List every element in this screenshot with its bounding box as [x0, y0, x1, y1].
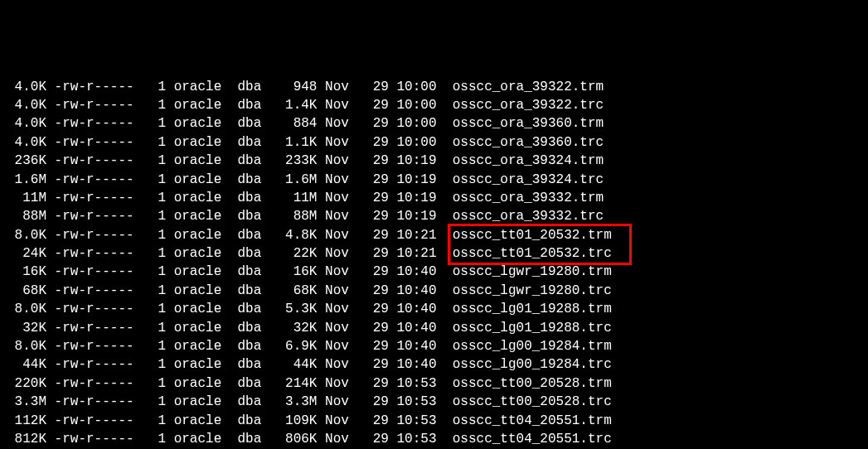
- file-links: 1: [150, 171, 166, 189]
- list-item: 44K -rw-r----- 1 oracle dba 44K Nov 29 1…: [7, 355, 861, 374]
- file-day: 29: [365, 430, 389, 448]
- file-owner: oracle: [174, 78, 230, 96]
- file-name: osscc_tt01_20532.trm: [453, 226, 612, 244]
- file-name: osscc_ora_39360.trm: [453, 114, 604, 133]
- file-time: 10:40: [397, 319, 445, 337]
- file-links: 1: [150, 152, 166, 170]
- file-owner: oracle: [174, 319, 230, 337]
- file-blocks: 4.0K: [7, 133, 46, 152]
- file-name: osscc_ora_39324.trm: [453, 152, 604, 170]
- file-blocks: 68K: [7, 282, 46, 300]
- file-permissions: -rw-r-----: [55, 337, 143, 355]
- file-links: 1: [150, 133, 166, 152]
- file-owner: oracle: [174, 152, 230, 170]
- file-time: 10:40: [397, 337, 445, 355]
- file-size: 806K: [277, 430, 317, 448]
- file-links: 1: [150, 374, 166, 393]
- file-time: 10:19: [397, 189, 445, 207]
- file-name: osscc_lg00_19284.trc: [453, 355, 612, 374]
- file-blocks: 220K: [7, 374, 46, 393]
- file-group: dba: [237, 300, 269, 318]
- file-size: 6.9K: [277, 337, 317, 355]
- file-links: 1: [150, 114, 166, 133]
- list-item: 8.0K -rw-r----- 1 oracle dba 6.9K Nov 29…: [7, 337, 861, 355]
- file-name: osscc_lg01_19288.trc: [453, 319, 612, 337]
- file-size: 109K: [277, 412, 317, 430]
- file-size: 1.1K: [277, 133, 317, 152]
- file-time: 10:19: [397, 171, 445, 189]
- file-group: dba: [237, 430, 269, 448]
- file-blocks: 16K: [7, 263, 46, 281]
- file-time: 10:40: [397, 300, 445, 318]
- file-name: osscc_tt04_20551.trc: [453, 430, 612, 448]
- file-time: 10:00: [397, 78, 445, 96]
- file-owner: oracle: [174, 393, 230, 411]
- file-name: osscc_ora_39322.trm: [453, 78, 604, 96]
- file-permissions: -rw-r-----: [55, 152, 143, 170]
- list-item: 8.0K -rw-r----- 1 oracle dba 4.8K Nov 29…: [7, 226, 861, 244]
- file-month: Nov: [325, 133, 356, 152]
- file-permissions: -rw-r-----: [55, 263, 143, 281]
- file-size: 32K: [277, 319, 317, 337]
- file-owner: oracle: [174, 226, 230, 244]
- file-name: osscc_tt00_20528.trc: [453, 393, 612, 411]
- file-permissions: -rw-r-----: [55, 171, 143, 189]
- file-day: 29: [365, 263, 389, 281]
- file-month: Nov: [325, 374, 356, 393]
- file-blocks: 4.0K: [7, 78, 46, 96]
- file-month: Nov: [325, 319, 356, 337]
- file-permissions: -rw-r-----: [55, 412, 143, 430]
- file-blocks: 1.6M: [7, 171, 46, 189]
- file-day: 29: [365, 319, 389, 337]
- file-owner: oracle: [174, 263, 230, 281]
- file-links: 1: [150, 300, 166, 318]
- file-month: Nov: [325, 244, 356, 263]
- file-group: dba: [237, 374, 269, 393]
- file-group: dba: [237, 207, 269, 225]
- file-day: 29: [365, 207, 389, 225]
- file-blocks: 11M: [7, 189, 46, 207]
- file-month: Nov: [325, 412, 356, 430]
- file-blocks: 236K: [7, 152, 46, 170]
- file-blocks: 4.0K: [7, 114, 46, 133]
- file-month: Nov: [325, 226, 356, 244]
- list-item: 4.0K -rw-r----- 1 oracle dba 1.1K Nov 29…: [7, 133, 861, 152]
- file-blocks: 8.0K: [7, 300, 46, 318]
- file-owner: oracle: [174, 244, 230, 263]
- file-month: Nov: [325, 171, 356, 189]
- file-size: 44K: [277, 355, 317, 374]
- file-group: dba: [237, 96, 269, 114]
- list-item: 4.0K -rw-r----- 1 oracle dba 1.4K Nov 29…: [7, 96, 861, 114]
- file-links: 1: [150, 393, 166, 411]
- file-day: 29: [365, 374, 389, 393]
- file-time: 10:19: [397, 152, 445, 170]
- file-day: 29: [365, 244, 389, 263]
- file-day: 29: [365, 337, 389, 355]
- file-group: dba: [237, 337, 269, 355]
- file-owner: oracle: [174, 96, 230, 114]
- file-size: 88M: [277, 207, 317, 225]
- file-owner: oracle: [174, 189, 230, 207]
- file-links: 1: [150, 430, 166, 448]
- file-size: 22K: [277, 244, 317, 263]
- file-month: Nov: [325, 114, 356, 133]
- file-blocks: 812K: [7, 430, 46, 448]
- file-permissions: -rw-r-----: [55, 133, 143, 152]
- file-links: 1: [150, 263, 166, 281]
- file-time: 10:21: [397, 226, 445, 244]
- file-time: 10:53: [397, 393, 445, 411]
- file-size: 214K: [277, 374, 317, 393]
- file-group: dba: [237, 133, 269, 152]
- file-time: 10:53: [397, 374, 445, 393]
- file-links: 1: [150, 282, 166, 300]
- file-time: 10:00: [397, 114, 445, 133]
- list-item: 220K -rw-r----- 1 oracle dba 214K Nov 29…: [7, 374, 861, 393]
- file-month: Nov: [325, 207, 356, 225]
- file-blocks: 4.0K: [7, 96, 46, 114]
- file-permissions: -rw-r-----: [55, 226, 143, 244]
- file-links: 1: [150, 226, 166, 244]
- file-blocks: 3.3M: [7, 393, 46, 411]
- file-permissions: -rw-r-----: [55, 430, 143, 448]
- file-permissions: -rw-r-----: [55, 189, 143, 207]
- file-owner: oracle: [174, 430, 230, 448]
